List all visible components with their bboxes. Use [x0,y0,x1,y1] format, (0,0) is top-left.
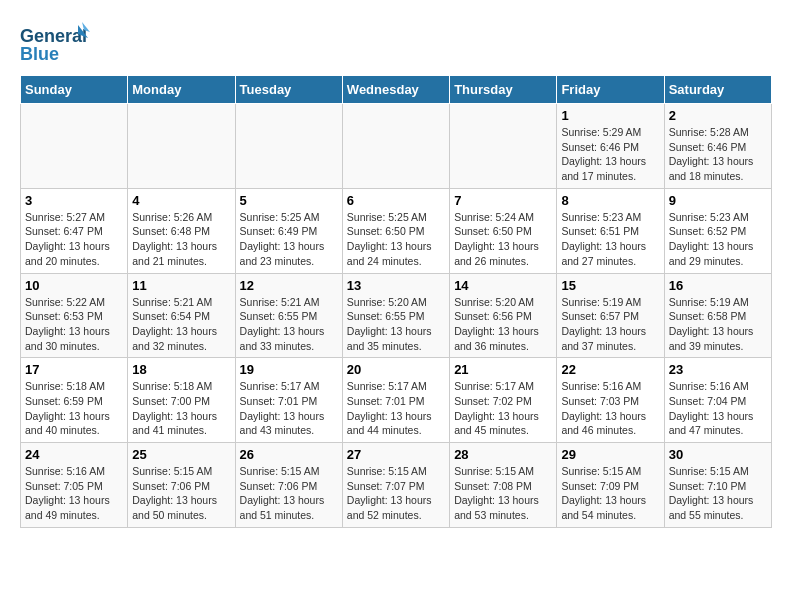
day-number: 22 [561,362,659,377]
calendar-cell: 24Sunrise: 5:16 AM Sunset: 7:05 PM Dayli… [21,443,128,528]
weekday-header-thursday: Thursday [450,76,557,104]
day-number: 30 [669,447,767,462]
day-number: 3 [25,193,123,208]
calendar-cell [21,104,128,189]
calendar-week-2: 3Sunrise: 5:27 AM Sunset: 6:47 PM Daylig… [21,188,772,273]
day-info: Sunrise: 5:16 AM Sunset: 7:03 PM Dayligh… [561,379,659,438]
calendar-cell: 25Sunrise: 5:15 AM Sunset: 7:06 PM Dayli… [128,443,235,528]
svg-text:Blue: Blue [20,44,59,64]
calendar-cell: 13Sunrise: 5:20 AM Sunset: 6:55 PM Dayli… [342,273,449,358]
day-number: 24 [25,447,123,462]
day-info: Sunrise: 5:20 AM Sunset: 6:55 PM Dayligh… [347,295,445,354]
calendar-cell: 18Sunrise: 5:18 AM Sunset: 7:00 PM Dayli… [128,358,235,443]
calendar-cell: 23Sunrise: 5:16 AM Sunset: 7:04 PM Dayli… [664,358,771,443]
day-number: 17 [25,362,123,377]
calendar-cell: 30Sunrise: 5:15 AM Sunset: 7:10 PM Dayli… [664,443,771,528]
weekday-header-wednesday: Wednesday [342,76,449,104]
day-number: 12 [240,278,338,293]
day-info: Sunrise: 5:17 AM Sunset: 7:01 PM Dayligh… [347,379,445,438]
calendar-cell [235,104,342,189]
calendar-cell: 27Sunrise: 5:15 AM Sunset: 7:07 PM Dayli… [342,443,449,528]
day-number: 27 [347,447,445,462]
day-info: Sunrise: 5:17 AM Sunset: 7:01 PM Dayligh… [240,379,338,438]
calendar-cell: 16Sunrise: 5:19 AM Sunset: 6:58 PM Dayli… [664,273,771,358]
day-info: Sunrise: 5:25 AM Sunset: 6:49 PM Dayligh… [240,210,338,269]
day-info: Sunrise: 5:15 AM Sunset: 7:08 PM Dayligh… [454,464,552,523]
calendar-cell: 15Sunrise: 5:19 AM Sunset: 6:57 PM Dayli… [557,273,664,358]
day-number: 19 [240,362,338,377]
calendar-cell: 12Sunrise: 5:21 AM Sunset: 6:55 PM Dayli… [235,273,342,358]
logo-svg: GeneralBlue [20,20,90,65]
calendar-cell: 17Sunrise: 5:18 AM Sunset: 6:59 PM Dayli… [21,358,128,443]
calendar-cell [128,104,235,189]
svg-text:General: General [20,26,87,46]
calendar-cell: 22Sunrise: 5:16 AM Sunset: 7:03 PM Dayli… [557,358,664,443]
calendar-body: 1Sunrise: 5:29 AM Sunset: 6:46 PM Daylig… [21,104,772,528]
calendar-cell: 2Sunrise: 5:28 AM Sunset: 6:46 PM Daylig… [664,104,771,189]
day-number: 8 [561,193,659,208]
day-info: Sunrise: 5:26 AM Sunset: 6:48 PM Dayligh… [132,210,230,269]
day-info: Sunrise: 5:27 AM Sunset: 6:47 PM Dayligh… [25,210,123,269]
day-info: Sunrise: 5:18 AM Sunset: 7:00 PM Dayligh… [132,379,230,438]
day-info: Sunrise: 5:22 AM Sunset: 6:53 PM Dayligh… [25,295,123,354]
calendar-cell: 26Sunrise: 5:15 AM Sunset: 7:06 PM Dayli… [235,443,342,528]
day-info: Sunrise: 5:16 AM Sunset: 7:04 PM Dayligh… [669,379,767,438]
calendar-cell: 11Sunrise: 5:21 AM Sunset: 6:54 PM Dayli… [128,273,235,358]
day-info: Sunrise: 5:23 AM Sunset: 6:51 PM Dayligh… [561,210,659,269]
day-info: Sunrise: 5:23 AM Sunset: 6:52 PM Dayligh… [669,210,767,269]
calendar-cell: 21Sunrise: 5:17 AM Sunset: 7:02 PM Dayli… [450,358,557,443]
day-number: 10 [25,278,123,293]
day-number: 25 [132,447,230,462]
weekday-header-sunday: Sunday [21,76,128,104]
header: GeneralBlue [20,20,772,65]
day-info: Sunrise: 5:20 AM Sunset: 6:56 PM Dayligh… [454,295,552,354]
day-number: 23 [669,362,767,377]
day-number: 5 [240,193,338,208]
day-number: 16 [669,278,767,293]
day-info: Sunrise: 5:29 AM Sunset: 6:46 PM Dayligh… [561,125,659,184]
calendar-table: SundayMondayTuesdayWednesdayThursdayFrid… [20,75,772,528]
day-number: 7 [454,193,552,208]
day-number: 26 [240,447,338,462]
day-number: 18 [132,362,230,377]
calendar-week-5: 24Sunrise: 5:16 AM Sunset: 7:05 PM Dayli… [21,443,772,528]
weekday-header-tuesday: Tuesday [235,76,342,104]
day-info: Sunrise: 5:21 AM Sunset: 6:54 PM Dayligh… [132,295,230,354]
calendar-week-4: 17Sunrise: 5:18 AM Sunset: 6:59 PM Dayli… [21,358,772,443]
day-number: 28 [454,447,552,462]
day-info: Sunrise: 5:19 AM Sunset: 6:58 PM Dayligh… [669,295,767,354]
calendar-cell: 14Sunrise: 5:20 AM Sunset: 6:56 PM Dayli… [450,273,557,358]
calendar-cell: 28Sunrise: 5:15 AM Sunset: 7:08 PM Dayli… [450,443,557,528]
day-number: 20 [347,362,445,377]
calendar-cell [342,104,449,189]
calendar-cell [450,104,557,189]
day-info: Sunrise: 5:15 AM Sunset: 7:07 PM Dayligh… [347,464,445,523]
day-info: Sunrise: 5:15 AM Sunset: 7:10 PM Dayligh… [669,464,767,523]
calendar-cell: 6Sunrise: 5:25 AM Sunset: 6:50 PM Daylig… [342,188,449,273]
calendar-cell: 29Sunrise: 5:15 AM Sunset: 7:09 PM Dayli… [557,443,664,528]
calendar-cell: 20Sunrise: 5:17 AM Sunset: 7:01 PM Dayli… [342,358,449,443]
calendar-cell: 10Sunrise: 5:22 AM Sunset: 6:53 PM Dayli… [21,273,128,358]
calendar-cell: 4Sunrise: 5:26 AM Sunset: 6:48 PM Daylig… [128,188,235,273]
weekday-header-friday: Friday [557,76,664,104]
day-number: 15 [561,278,659,293]
calendar-cell: 1Sunrise: 5:29 AM Sunset: 6:46 PM Daylig… [557,104,664,189]
day-number: 9 [669,193,767,208]
day-number: 1 [561,108,659,123]
logo: GeneralBlue [20,20,90,65]
calendar-cell: 7Sunrise: 5:24 AM Sunset: 6:50 PM Daylig… [450,188,557,273]
day-info: Sunrise: 5:17 AM Sunset: 7:02 PM Dayligh… [454,379,552,438]
calendar-header: SundayMondayTuesdayWednesdayThursdayFrid… [21,76,772,104]
day-info: Sunrise: 5:15 AM Sunset: 7:06 PM Dayligh… [132,464,230,523]
weekday-header-saturday: Saturday [664,76,771,104]
day-info: Sunrise: 5:24 AM Sunset: 6:50 PM Dayligh… [454,210,552,269]
day-info: Sunrise: 5:28 AM Sunset: 6:46 PM Dayligh… [669,125,767,184]
day-number: 29 [561,447,659,462]
day-number: 2 [669,108,767,123]
day-info: Sunrise: 5:15 AM Sunset: 7:09 PM Dayligh… [561,464,659,523]
day-number: 13 [347,278,445,293]
day-number: 4 [132,193,230,208]
calendar-cell: 5Sunrise: 5:25 AM Sunset: 6:49 PM Daylig… [235,188,342,273]
day-number: 14 [454,278,552,293]
day-info: Sunrise: 5:15 AM Sunset: 7:06 PM Dayligh… [240,464,338,523]
